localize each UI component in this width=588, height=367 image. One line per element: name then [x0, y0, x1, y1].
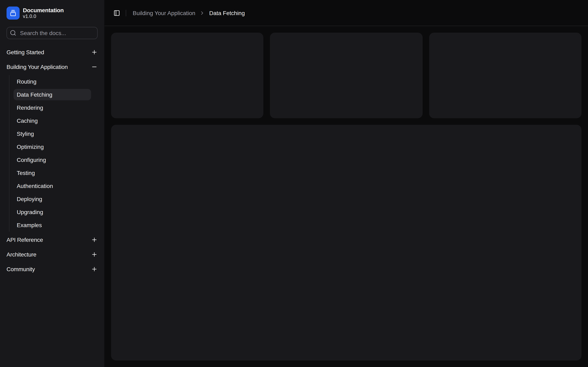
- placeholder-card: [429, 33, 581, 118]
- minus-icon: [91, 64, 98, 70]
- sidebar-item-testing[interactable]: Testing: [13, 167, 91, 179]
- sidebar-group-label: Community: [7, 266, 35, 272]
- sidebar-item-deploying[interactable]: Deploying: [13, 193, 91, 205]
- sidebar: Documentation v1.0.0 Getting Started Bui…: [0, 0, 104, 367]
- plus-icon: [91, 251, 98, 258]
- placeholder-card: [111, 33, 264, 118]
- sidebar-item-examples[interactable]: Examples: [13, 219, 91, 231]
- topbar-separator: [126, 9, 126, 16]
- placeholder-card-row: [111, 33, 581, 118]
- sidebar-header: Documentation v1.0.0: [0, 0, 104, 26]
- search-icon: [10, 30, 16, 36]
- panel-left-icon: [113, 9, 120, 16]
- sidebar-item-caching[interactable]: Caching: [13, 115, 91, 126]
- sidebar-item-rendering[interactable]: Rendering: [13, 102, 91, 113]
- topbar: Building Your Application Data Fetching: [104, 0, 588, 26]
- sidebar-group-community[interactable]: Community: [3, 263, 101, 276]
- plus-icon: [91, 49, 98, 55]
- breadcrumb-parent-link[interactable]: Building Your Application: [133, 9, 195, 16]
- search-form: [0, 26, 104, 39]
- app-home-button[interactable]: Documentation v1.0.0: [3, 3, 101, 23]
- sidebar-item-optimizing[interactable]: Optimizing: [13, 141, 91, 152]
- sidebar-subgroup: Routing Data Fetching Rendering Caching …: [3, 75, 101, 232]
- sidebar-group-api-reference[interactable]: API Reference: [3, 233, 101, 246]
- plus-icon: [91, 236, 98, 243]
- sidebar-item-styling[interactable]: Styling: [13, 128, 91, 140]
- app-version: v1.0.0: [23, 14, 64, 19]
- app: Documentation v1.0.0 Getting Started Bui…: [0, 0, 588, 367]
- sidebar-item-data-fetching[interactable]: Data Fetching: [13, 89, 91, 100]
- sidebar-nav: Getting Started Building Your Applicatio…: [0, 39, 104, 367]
- sidebar-group-architecture[interactable]: Architecture: [3, 248, 101, 261]
- sidebar-toggle-button[interactable]: [111, 7, 122, 18]
- sidebar-sublist: Routing Data Fetching Rendering Caching …: [9, 75, 95, 232]
- sidebar-group-label: Architecture: [7, 251, 36, 258]
- app-logo: [7, 7, 20, 20]
- breadcrumb: Building Your Application Data Fetching: [133, 9, 245, 16]
- sidebar-group-getting-started[interactable]: Getting Started: [3, 46, 101, 59]
- main: Building Your Application Data Fetching: [104, 0, 588, 367]
- sidebar-item-upgrading[interactable]: Upgrading: [13, 206, 91, 218]
- sidebar-item-authentication[interactable]: Authentication: [13, 180, 91, 192]
- sidebar-item-routing[interactable]: Routing: [13, 76, 91, 87]
- plus-icon: [91, 266, 98, 272]
- sidebar-item-configuring[interactable]: Configuring: [13, 154, 91, 166]
- sidebar-group-label: API Reference: [7, 236, 43, 243]
- search-input[interactable]: [7, 27, 98, 39]
- placeholder-card: [270, 33, 423, 118]
- sidebar-group-label: Building Your Application: [7, 64, 68, 70]
- breadcrumb-current-page: Data Fetching: [209, 9, 245, 16]
- sidebar-group-building-your-application[interactable]: Building Your Application: [3, 60, 101, 73]
- chevron-right-icon: [199, 10, 205, 16]
- content: [104, 26, 588, 367]
- gallery-vertical-end-icon: [10, 10, 16, 16]
- app-title-block: Documentation v1.0.0: [23, 7, 64, 19]
- sidebar-group-label: Getting Started: [7, 49, 44, 55]
- app-title: Documentation: [23, 7, 64, 13]
- placeholder-panel: [111, 125, 581, 360]
